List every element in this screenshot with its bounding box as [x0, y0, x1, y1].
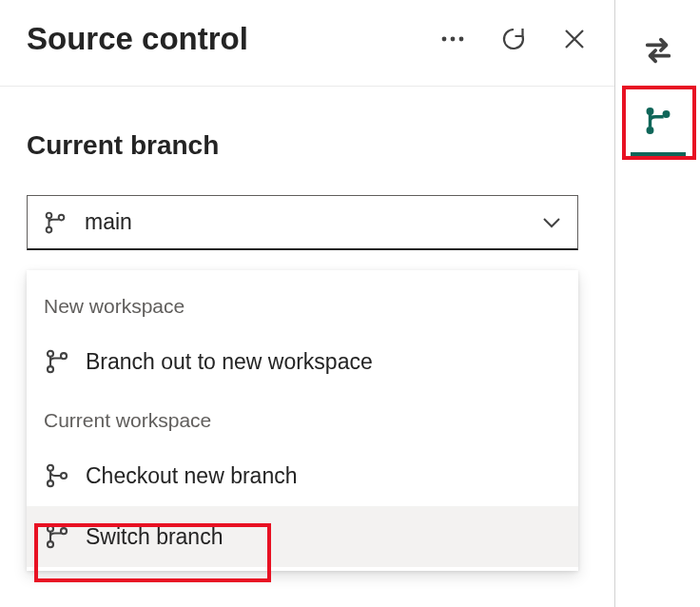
dropdown-item-checkout[interactable]: Checkout new branch — [27, 445, 578, 506]
more-button[interactable] — [439, 26, 466, 52]
branch-dropdown: New workspace Branch out to new workspac… — [27, 270, 578, 571]
svg-point-6 — [48, 351, 53, 357]
svg-point-3 — [47, 212, 52, 218]
refresh-button[interactable] — [500, 26, 527, 52]
svg-point-4 — [47, 226, 52, 232]
dropdown-item-label: Branch out to new workspace — [86, 349, 373, 375]
git-branch-icon — [44, 523, 70, 550]
current-branch-label: Current branch — [27, 130, 588, 161]
branch-selected-value: main — [85, 209, 541, 235]
source-control-panel: Source control Current branch main — [0, 0, 614, 607]
svg-point-11 — [61, 473, 67, 479]
panel-content: Current branch main — [0, 87, 614, 250]
git-branch-icon — [44, 348, 70, 375]
svg-point-1 — [451, 37, 456, 42]
dropdown-item-branch-out[interactable]: Branch out to new workspace — [27, 331, 578, 392]
dropdown-group-current-workspace: Current workspace — [27, 392, 578, 445]
dropdown-item-label: Checkout new branch — [86, 463, 297, 489]
git-branch-icon — [43, 210, 68, 235]
git-branch-icon — [642, 105, 674, 137]
close-icon — [563, 28, 586, 50]
more-icon — [440, 35, 465, 43]
git-merge-icon — [44, 462, 70, 489]
refresh-icon — [500, 26, 527, 52]
svg-point-2 — [459, 37, 464, 42]
svg-point-7 — [48, 366, 53, 372]
dropdown-item-switch[interactable]: Switch branch — [27, 506, 578, 567]
header-actions — [439, 26, 588, 52]
dropdown-group-new-workspace: New workspace — [27, 278, 578, 331]
svg-point-17 — [662, 110, 670, 118]
panel-header: Source control — [0, 0, 614, 87]
svg-point-15 — [646, 108, 653, 115]
rail-swap-button[interactable] — [631, 23, 686, 78]
svg-point-12 — [48, 526, 53, 532]
close-button[interactable] — [561, 26, 588, 52]
svg-point-9 — [48, 465, 53, 471]
branch-selector[interactable]: main — [27, 195, 578, 250]
svg-point-0 — [442, 37, 447, 42]
svg-point-8 — [61, 353, 67, 359]
rail-source-control-button[interactable] — [631, 95, 686, 156]
dropdown-item-label: Switch branch — [86, 524, 223, 550]
svg-point-10 — [48, 480, 53, 486]
swap-icon — [642, 34, 674, 67]
svg-point-13 — [48, 541, 53, 547]
svg-point-14 — [61, 528, 67, 534]
right-rail — [614, 0, 700, 607]
panel-title: Source control — [27, 21, 439, 57]
svg-point-5 — [59, 214, 65, 220]
svg-point-16 — [646, 127, 653, 134]
chevron-down-icon — [541, 212, 562, 233]
